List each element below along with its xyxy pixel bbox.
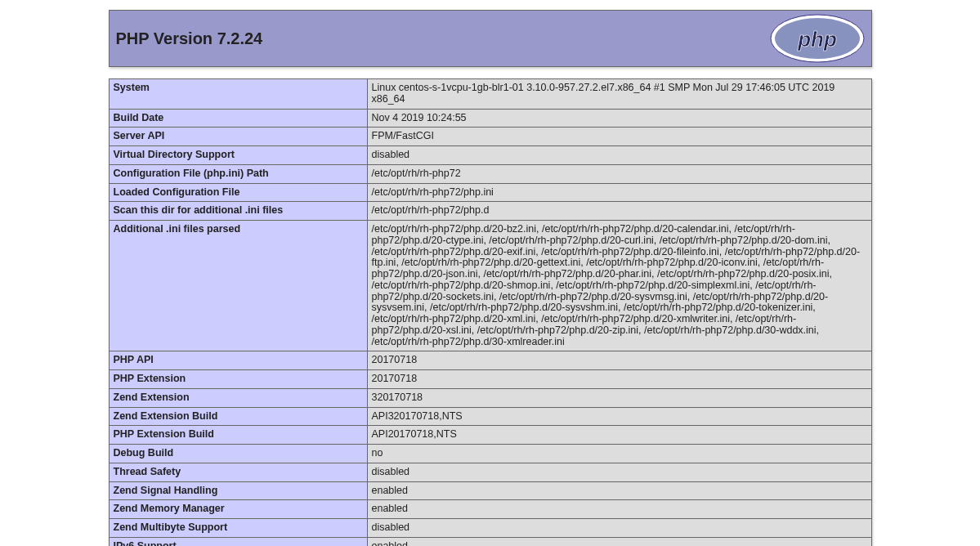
config-value: enabled (367, 537, 871, 546)
table-row: PHP Extension20170718 (109, 370, 871, 389)
config-value: /etc/opt/rh/rh-php72 (367, 164, 871, 183)
table-row: PHP Extension BuildAPI20170718,NTS (109, 426, 871, 445)
config-label: Configuration File (php.ini) Path (109, 164, 367, 183)
config-value: disabled (367, 463, 871, 481)
config-value: API320170718,NTS (367, 407, 871, 426)
config-label: PHP API (109, 351, 367, 370)
config-label: IPv6 Support (109, 537, 367, 546)
config-value: API20170718,NTS (367, 426, 871, 445)
config-value: disabled (367, 146, 871, 165)
config-label: Debug Build (109, 445, 367, 463)
config-value: Nov 4 2019 10:24:55 (367, 109, 871, 128)
config-label: PHP Extension (109, 370, 367, 389)
config-label: System (109, 79, 367, 110)
config-value: 20170718 (367, 370, 871, 389)
config-label: Additional .ini files parsed (109, 221, 367, 351)
table-row: IPv6 Supportenabled (109, 537, 871, 546)
config-value: 20170718 (367, 351, 871, 370)
config-value: FPM/FastCGI (367, 128, 871, 146)
config-label: Zend Signal Handling (109, 481, 367, 500)
table-row: Zend Multibyte Supportdisabled (109, 519, 871, 538)
table-row: Zend Extension320170718 (109, 388, 871, 407)
php-logo-icon: php (768, 12, 866, 65)
config-label: Build Date (109, 109, 367, 128)
config-label: Scan this dir for additional .ini files (109, 202, 367, 221)
config-label: Zend Extension Build (109, 407, 367, 426)
config-label: Zend Memory Manager (109, 500, 367, 519)
table-row: PHP API20170718 (109, 351, 871, 370)
table-row: Zend Memory Managerenabled (109, 500, 871, 519)
config-label: PHP Extension Build (109, 426, 367, 445)
table-row: Zend Signal Handlingenabled (109, 481, 871, 500)
phpinfo-container: PHP Version 7.2.24 php SystemLinux cento… (109, 0, 872, 546)
config-value: /etc/opt/rh/rh-php72/php.ini (367, 183, 871, 202)
table-row: Loaded Configuration File/etc/opt/rh/rh-… (109, 183, 871, 202)
table-row: Debug Buildno (109, 445, 871, 463)
config-value: /etc/opt/rh/rh-php72/php.d (367, 202, 871, 221)
config-value: Linux centos-s-1vcpu-1gb-blr1-01 3.10.0-… (367, 79, 871, 110)
config-value: disabled (367, 519, 871, 538)
config-value: /etc/opt/rh/rh-php72/php.d/20-bz2.ini, /… (367, 221, 871, 351)
header: PHP Version 7.2.24 php (109, 10, 872, 67)
config-label: Virtual Directory Support (109, 146, 367, 165)
info-table: SystemLinux centos-s-1vcpu-1gb-blr1-01 3… (109, 78, 872, 546)
config-value: 320170718 (367, 388, 871, 407)
table-row: Virtual Directory Supportdisabled (109, 146, 871, 165)
config-label: Loaded Configuration File (109, 183, 367, 202)
config-value: no (367, 445, 871, 463)
config-label: Thread Safety (109, 463, 367, 481)
config-value: enabled (367, 481, 871, 500)
table-row: Thread Safetydisabled (109, 463, 871, 481)
config-label: Zend Multibyte Support (109, 519, 367, 538)
config-label: Zend Extension (109, 388, 367, 407)
svg-text:php: php (797, 27, 837, 51)
config-value: enabled (367, 500, 871, 519)
table-row: Build DateNov 4 2019 10:24:55 (109, 109, 871, 128)
page-title: PHP Version 7.2.24 (110, 29, 263, 48)
table-row: Configuration File (php.ini) Path/etc/op… (109, 164, 871, 183)
table-row: Zend Extension BuildAPI320170718,NTS (109, 407, 871, 426)
table-row: Additional .ini files parsed/etc/opt/rh/… (109, 221, 871, 351)
table-row: Scan this dir for additional .ini files/… (109, 202, 871, 221)
table-row: Server APIFPM/FastCGI (109, 128, 871, 146)
table-row: SystemLinux centos-s-1vcpu-1gb-blr1-01 3… (109, 79, 871, 110)
config-label: Server API (109, 128, 367, 146)
